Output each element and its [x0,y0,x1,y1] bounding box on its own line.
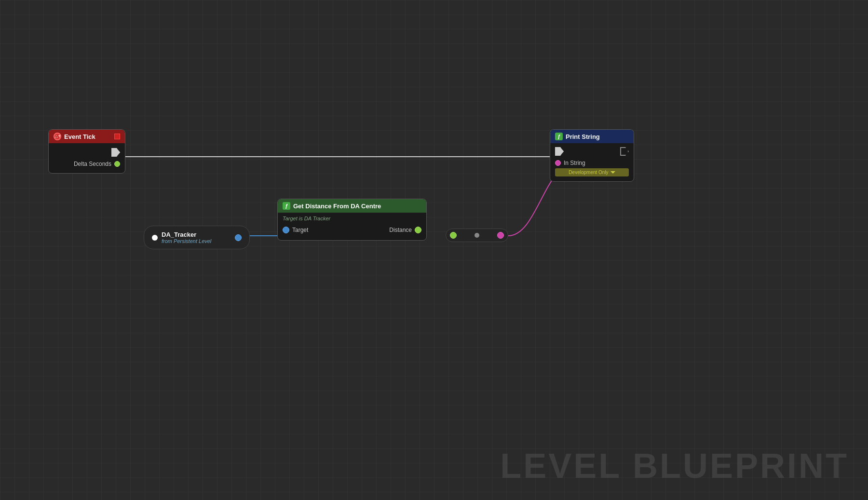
event-tick-body: Delta Seconds [49,143,125,173]
conversion-node [446,229,508,242]
event-tick-pin-square [114,134,120,139]
da-tracker-name: DA_Tracker [162,231,211,238]
print-string-header: ƒ Print String [550,130,634,143]
get-distance-func-icon: ƒ [283,202,290,210]
development-only-text: Development Only [569,170,608,175]
da-tracker-pin-in [152,235,158,241]
da-tracker-node: DA_Tracker from Persistent Level [144,226,250,249]
da-tracker-sub: from Persistent Level [162,238,211,244]
da-tracker-text: DA_Tracker from Persistent Level [162,231,211,244]
in-string-label: In String [564,160,585,166]
print-exec-in [555,147,564,156]
event-tick-header-left: Event Tick [54,133,95,140]
development-only-badge: Development Only [555,168,629,176]
get-distance-body: Target is DA Tracker Target Distance [278,213,426,240]
in-string-row: In String [555,160,629,166]
da-tracker-pin-out [235,234,242,241]
get-distance-subtitle: Target is DA Tracker [283,216,330,221]
chevron-down-icon [610,171,615,174]
event-tick-exec-out [54,148,120,157]
print-exec-out [620,147,629,156]
conversion-pin-mid [475,233,479,238]
get-distance-node: ƒ Get Distance From DA Centre Target is … [277,199,427,241]
print-string-node: ƒ Print String In String Development Onl… [550,129,634,182]
target-pin [283,227,289,233]
delta-seconds-pin [114,161,120,167]
print-string-func-icon: ƒ [555,133,563,140]
target-label: Target [292,227,308,233]
conversion-pin-in [450,232,457,239]
in-string-pin [555,160,561,166]
delta-seconds-label: Delta Seconds [74,161,111,167]
get-distance-title: Get Distance From DA Centre [293,203,381,210]
print-string-exec-row [555,147,629,156]
da-tracker-left: DA_Tracker from Persistent Level [152,231,211,244]
target-pin-left: Target [283,227,308,233]
distance-pin-right: Distance [389,227,421,233]
conversion-pin-out [497,232,504,239]
get-distance-pins: Target Distance [278,225,426,235]
wire-canvas [0,0,868,500]
distance-label: Distance [389,227,412,233]
delta-seconds-row: Delta Seconds [54,161,120,167]
get-distance-subtitle-row: Target is DA Tracker [278,215,426,225]
print-string-body: In String Development Only [550,143,634,181]
event-tick-header: Event Tick [49,130,125,143]
exec-arrow-out [111,148,120,157]
event-tick-icon [54,133,61,140]
event-tick-node: Event Tick Delta Seconds [48,129,125,174]
event-tick-title: Event Tick [64,133,95,140]
get-distance-header: ƒ Get Distance From DA Centre [278,199,426,213]
level-blueprint-watermark: LEVEL BLUEPRINT [500,446,849,486]
print-string-title: Print String [566,133,600,140]
distance-pin [415,227,421,233]
